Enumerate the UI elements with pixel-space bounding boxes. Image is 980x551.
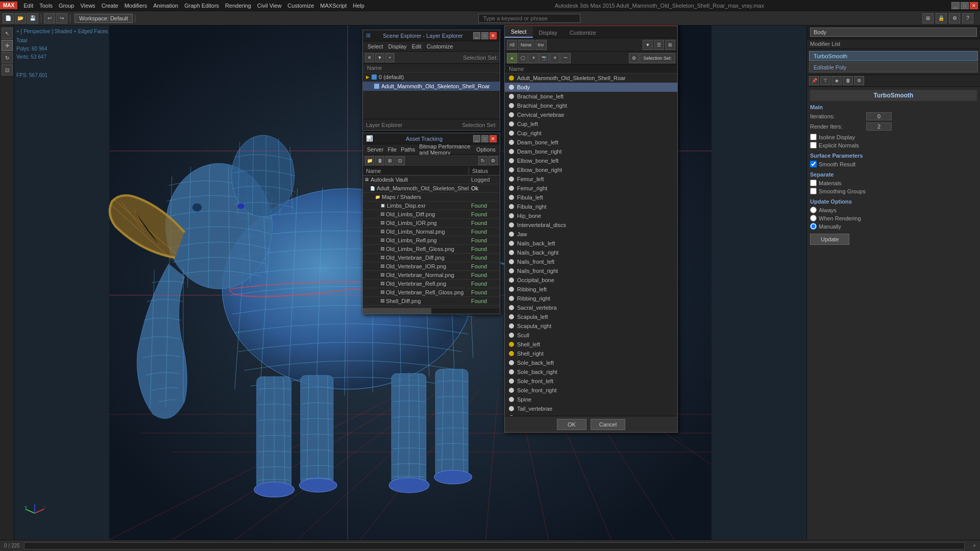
at-restore[interactable]: □ [481, 135, 488, 142]
sfs-list-item[interactable]: Elbow_bone_right [505, 165, 677, 174]
at-row[interactable]: 📁 Maps / Shaders [363, 193, 500, 202]
at-tool-2[interactable]: 🗑 [375, 156, 384, 165]
smoothing-groups-checkbox[interactable] [810, 188, 817, 194]
menu-maxscript[interactable]: MAXScript [317, 2, 350, 10]
le-add-layer[interactable]: + [385, 53, 395, 62]
status-add-timeline[interactable]: + [973, 543, 976, 548]
tool-select[interactable]: ↖ [2, 28, 13, 39]
toolbar-icon-3[interactable]: ⚙ [949, 13, 960, 23]
iterations-input[interactable] [866, 112, 892, 120]
toolbar-icon-4[interactable]: ? [962, 13, 973, 23]
sfs-list-item[interactable]: Intervertebral_discs [505, 220, 677, 230]
at-row[interactable]: 🖼 Shell_Diff.png Found [363, 297, 500, 306]
sfs-list-item[interactable]: Sacral_vertebra [505, 303, 677, 312]
sfs-type-camera[interactable]: 📷 [539, 53, 549, 63]
at-tool-1[interactable]: 📁 [365, 156, 374, 165]
sfs-grid-view[interactable]: ⊞ [665, 40, 675, 50]
make-unique-btn[interactable]: ◈ [831, 76, 842, 85]
at-row[interactable]: 🖼 Old_Vertebrae_IOR.png Found [363, 262, 500, 271]
at-row[interactable]: 🖼 Old_Limbs_Normal.png Found [363, 228, 500, 236]
le-edit-menu[interactable]: Edit [409, 42, 424, 51]
menu-views[interactable]: Views [77, 2, 98, 10]
sfs-list-item[interactable]: Brachial_bone_right [505, 101, 677, 110]
tool-scale[interactable]: ⊡ [2, 64, 13, 76]
sfs-list-item[interactable]: Shell_left [505, 340, 677, 349]
tool-move[interactable]: ✛ [2, 40, 13, 51]
menu-edit[interactable]: Edit [20, 2, 36, 10]
menu-create[interactable]: Create [99, 2, 121, 10]
sfs-options-btn[interactable]: ⚙ [629, 53, 639, 63]
at-minimize[interactable]: _ [473, 135, 480, 142]
at-tool-4[interactable]: ⊡ [396, 156, 405, 165]
undo-btn[interactable]: ↩ [44, 13, 55, 23]
sfs-list-item[interactable]: Body [505, 83, 677, 92]
at-row[interactable]: 🖼 Old_Limbs_Refl.png Found [363, 236, 500, 245]
le-layer-0[interactable]: ▶ 0 (default) [363, 72, 500, 82]
sfs-list-item[interactable]: Sole_front_left [505, 377, 677, 386]
sfs-type-geo[interactable]: ▲ [507, 53, 517, 63]
le-filter-tool[interactable]: ▼ [375, 53, 384, 62]
sfs-all-btn[interactable]: All [507, 40, 517, 50]
sfs-filter-icon[interactable]: ▼ [643, 40, 653, 50]
sfs-list-item[interactable]: Cup_right [505, 129, 677, 138]
save-btn[interactable]: 💾 [27, 13, 38, 23]
open-btn[interactable]: 📂 [15, 13, 26, 23]
sfs-list-item[interactable]: Cervical_vertebrae [505, 110, 677, 119]
sfs-list-item[interactable]: Nails_back_left [505, 239, 677, 248]
at-row[interactable]: 🖼 Old_Limbs_IOR.png Found [363, 219, 500, 228]
smooth-result-checkbox[interactable] [810, 161, 817, 167]
sfs-list-item[interactable]: Nails_front_left [505, 257, 677, 266]
sfs-invert-btn[interactable]: Inv [535, 40, 547, 50]
new-btn[interactable]: 📄 [3, 13, 14, 23]
materials-checkbox[interactable] [810, 180, 817, 186]
sfs-list-item[interactable]: Fibula_right [505, 202, 677, 211]
le-display-menu[interactable]: Display [386, 42, 409, 51]
at-row[interactable]: 🏛 Autodesk Vault Logged [363, 176, 500, 184]
modifier-turbsmooth[interactable]: TurboSmooth [809, 51, 978, 61]
window-minimize[interactable]: _ [951, 2, 960, 9]
menu-modifiers[interactable]: Modifiers [121, 2, 151, 10]
sfs-list-item[interactable]: Scapula_right [505, 321, 677, 331]
sfs-list-item[interactable]: Femur_left [505, 174, 677, 184]
window-close[interactable]: ✕ [970, 2, 978, 9]
at-row[interactable]: 🖼 Old_Vertebrae_Refl.png Found [363, 280, 500, 288]
sfs-list-item[interactable]: Nails_front_right [505, 266, 677, 276]
sfs-list-item[interactable]: Jaw [505, 230, 677, 239]
menu-customize[interactable]: Customize [284, 2, 317, 10]
layer-explorer-close[interactable]: ✕ [489, 32, 497, 39]
always-radio[interactable] [810, 207, 817, 213]
toolbar-icon-1[interactable]: ⊞ [922, 13, 934, 23]
menu-rendering[interactable]: Rendering [222, 2, 254, 10]
sfs-list-item[interactable]: Occipital_bone [505, 276, 677, 285]
at-paths-menu[interactable]: Paths [399, 145, 417, 154]
le-close-tool[interactable]: ✕ [365, 53, 374, 62]
sfs-list-item[interactable]: Femur_right [505, 184, 677, 193]
sfs-list-item[interactable]: Brachial_bone_left [505, 92, 677, 101]
sfs-list-item[interactable]: Sole_back_left [505, 358, 677, 367]
at-row[interactable]: 🖼 Old_Vertebrae_Normal.png Found [363, 271, 500, 280]
sfs-type-helper[interactable]: ✛ [550, 53, 560, 63]
sfs-type-spacewarp[interactable]: 〜 [560, 53, 571, 63]
at-options-menu[interactable]: Options [474, 145, 498, 154]
update-button[interactable]: Update [810, 234, 849, 245]
sfs-type-shape[interactable]: ◯ [518, 53, 528, 63]
sfs-tab-display[interactable]: Display [533, 28, 564, 38]
sfs-list-item[interactable]: Shell_right [505, 349, 677, 358]
layer-explorer-minimize[interactable]: _ [473, 32, 480, 39]
sfs-list-item[interactable]: Ribbing_left [505, 285, 677, 294]
redo-btn[interactable]: ↪ [56, 13, 67, 23]
at-close[interactable]: ✕ [489, 135, 497, 142]
sfs-none-btn[interactable]: None [518, 40, 534, 50]
sfs-list-item[interactable]: Adult_Mammoth_Old_Skeleton_Shell_Roar [505, 73, 677, 83]
explicit-normals-checkbox[interactable] [810, 142, 817, 148]
render-iters-input[interactable] [866, 122, 892, 131]
modifier-editable-poly[interactable]: Editable Poly [809, 62, 978, 72]
sfs-list-item[interactable]: Hip_bone [505, 211, 677, 220]
at-row[interactable]: 🔲 Limbs_Disp.exr Found [363, 202, 500, 210]
sfs-list-item[interactable]: Cup_left [505, 119, 677, 129]
pin-stack-btn[interactable]: 📌 [809, 76, 819, 85]
sfs-ok-button[interactable]: OK [557, 419, 586, 430]
sfs-list-item[interactable]: Deam_bone_right [505, 147, 677, 156]
le-customize-menu[interactable]: Customize [424, 42, 456, 51]
at-row[interactable]: 🖼 Old_Vertebrae_Refl_Gloss.png Found [363, 288, 500, 297]
